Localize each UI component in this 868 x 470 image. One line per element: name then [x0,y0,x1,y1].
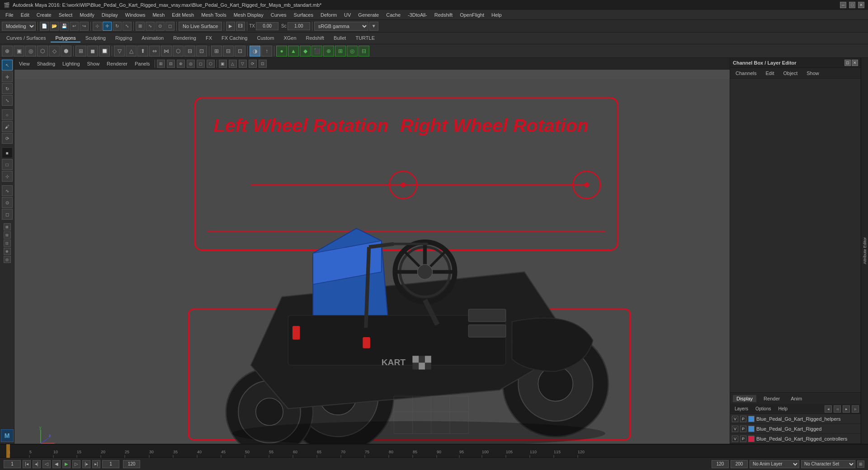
menu-edit[interactable]: Edit [17,11,33,19]
smooth-display-btn[interactable]: ◑ [250,46,260,56]
timeline[interactable]: 1 5 10 15 20 25 30 35 40 45 50 55 60 65 … [0,444,868,457]
layer-tab-render[interactable]: Render [760,395,783,402]
curve-tool-2[interactable]: ⊙ [2,197,13,208]
viewport-3d[interactable]: Left Wheel Rotation Right Wheel Rotation [14,70,730,444]
tab-xgen[interactable]: XGen [279,34,301,42]
playback-icon[interactable]: ⊞ [857,461,864,468]
side-btn-small-3[interactable]: ⊡ [4,240,11,247]
layer-nav-btn-3[interactable]: ▸ [843,405,850,413]
attribute-editor-tab[interactable]: Attribute Editor [861,58,868,444]
next-frame-btn[interactable]: ▷ [72,460,80,468]
tab-edit[interactable]: Edit [762,70,778,77]
display-btn-3[interactable]: ⊹ [2,171,13,182]
tab-fx-caching[interactable]: FX Caching [217,34,252,42]
side-btn-small-4[interactable]: ⊕ [4,248,11,255]
play-forward-btn[interactable]: ▶ [62,460,71,468]
side-btn-small-5[interactable]: ◎ [4,256,11,263]
channel-box-close-btn[interactable]: ✕ [852,60,858,66]
tab-redshift[interactable]: Redshift [302,34,329,42]
character-set-select[interactable]: No Character Set [801,460,855,468]
tab-show[interactable]: Show [803,70,823,77]
help-option-btn[interactable]: Help [775,406,790,412]
vp-menu-shading[interactable]: Shading [34,60,58,67]
layers-option-btn[interactable]: Layers [732,406,751,412]
menu-3dtoa[interactable]: -3DtoAll- [404,11,431,19]
menu-windows[interactable]: Windows [122,11,149,19]
layer-v-btn-3[interactable]: V [732,436,738,442]
layer-p-btn-3[interactable]: P [740,436,746,442]
menu-cache[interactable]: Cache [382,11,404,19]
layer-p-btn-2[interactable]: P [740,426,746,432]
rotate-tool[interactable]: ↻ [2,83,13,94]
snap-point-button[interactable]: ⊙ [156,22,165,31]
vp-menu-lighting[interactable]: Lighting [60,60,83,67]
textured-icon-btn[interactable]: 🔲 [99,46,110,56]
frame-start-btn[interactable]: |◂ [23,460,31,468]
hierarchy-icon-btn[interactable]: ⬡ [37,46,48,56]
component-icon-btn[interactable]: ▣ [14,46,24,56]
append-poly-btn[interactable]: △ [126,46,137,56]
select-tool[interactable]: ↖ [2,60,13,70]
tab-sculpting[interactable]: Sculpting [81,34,110,42]
fps-input[interactable]: 200 [731,460,748,468]
lasso-tool[interactable]: ○ [2,109,13,120]
green-icon-3[interactable]: ◆ [300,46,311,56]
vp-icon-6[interactable]: ⬡ [207,60,215,68]
save-file-button[interactable]: 💾 [60,22,69,31]
menu-help[interactable]: Help [488,11,505,19]
menu-surfaces[interactable]: Surfaces [290,11,317,19]
loop-cut-btn[interactable]: ⊟ [184,46,195,56]
menu-create[interactable]: Create [33,11,55,19]
uv-icon-btn[interactable]: ◇ [49,46,60,56]
transform-icon-btn[interactable]: ⊕ [2,46,13,56]
render-button[interactable]: ▶ [226,22,235,31]
translate-x-input[interactable]: 0.00 [256,22,278,30]
layer-nav-btn-2[interactable]: ◃ [834,405,841,413]
rotate-tool-button[interactable]: ↻ [113,22,122,31]
paint-tool[interactable]: 🖌 [2,121,13,132]
menu-select[interactable]: Select [55,11,76,19]
tab-animation[interactable]: Animation [137,34,168,42]
vp-icon-5[interactable]: ◻ [197,60,205,68]
curve-tool-1[interactable]: ∿ [2,185,13,196]
mode-select[interactable]: Modeling [2,22,36,31]
extract-btn[interactable]: ⊡ [235,46,245,56]
vp-menu-renderer[interactable]: Renderer [104,60,130,67]
new-file-button[interactable]: 📄 [40,22,49,31]
layer-tab-anim[interactable]: Anim [787,395,806,402]
next-key-btn[interactable]: |▸ [82,460,90,468]
layer-nav-btn-4[interactable]: ▹ [852,405,859,413]
tab-fx[interactable]: FX [201,34,217,42]
open-file-button[interactable]: 📂 [50,22,59,31]
menu-uv[interactable]: UV [340,11,354,19]
green-icon-5[interactable]: ⊕ [323,46,334,56]
create-poly-btn[interactable]: ▽ [114,46,125,56]
menu-curves[interactable]: Curves [267,11,290,19]
prev-key-btn[interactable]: ◂| [33,460,41,468]
layer-tab-display[interactable]: Display [733,395,756,402]
options-option-btn[interactable]: Options [753,406,774,412]
select-tool-button[interactable]: ⊹ [93,22,102,31]
bridge-btn[interactable]: ⇔ [149,46,160,56]
vp-icon-7[interactable]: ▣ [219,60,227,68]
tab-bullet[interactable]: Bullet [329,34,351,42]
move-tool[interactable]: ✛ [2,71,13,82]
solid-icon-btn[interactable]: ◼ [87,46,98,56]
layer-name-2[interactable]: Blue_Pedal_Go_Kart_Rigged [756,426,859,432]
menu-deform[interactable]: Deform [317,11,340,19]
green-icon-1[interactable]: ● [276,46,287,56]
vp-icon-9[interactable]: ▽ [239,60,247,68]
green-icon-4[interactable]: ⬛ [311,46,322,56]
vp-icon-10[interactable]: ⟳ [249,60,257,68]
layer-v-btn-1[interactable]: V [732,416,738,422]
vp-menu-view[interactable]: View [16,60,33,67]
snap-surface-button[interactable]: ◻ [165,22,175,31]
scale-tool-button[interactable]: ⤡ [123,22,132,31]
display-btn-2[interactable]: □ [2,159,13,170]
menu-generate[interactable]: Generate [354,11,382,19]
combine-btn[interactable]: ⊞ [211,46,222,56]
tab-rendering[interactable]: Rendering [169,34,201,42]
play-back-btn[interactable]: ◀ [52,460,61,468]
smooth-icon-btn[interactable]: ⬢ [61,46,71,56]
vp-icon-1[interactable]: ⊞ [157,60,165,68]
